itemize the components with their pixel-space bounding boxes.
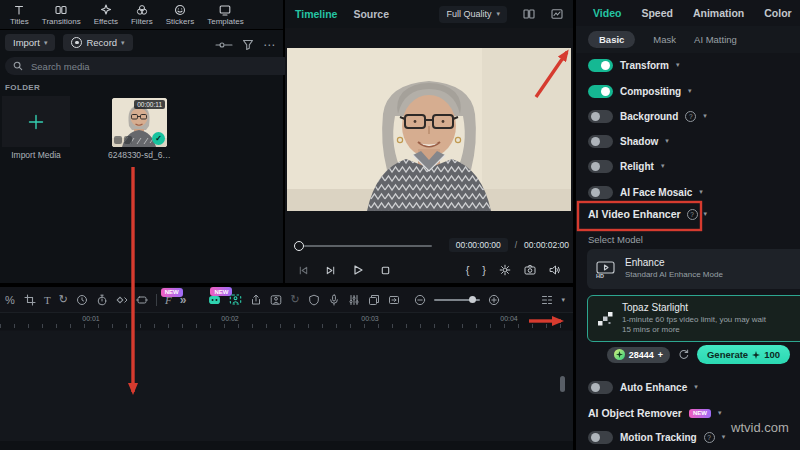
expand-caret-icon[interactable] [722, 433, 726, 441]
smart-cutout-icon[interactable] [229, 293, 242, 306]
previous-frame-icon[interactable] [298, 265, 309, 276]
tab-color[interactable]: Color [764, 7, 791, 19]
expand-caret-icon[interactable] [699, 188, 703, 196]
denoise-shield-icon[interactable] [308, 294, 320, 306]
split-view-icon[interactable] [523, 8, 535, 20]
more-tools-icon[interactable] [180, 293, 187, 307]
zoom-out-icon[interactable] [414, 294, 426, 306]
media-clip-thumbnail[interactable]: 00:00:11 [112, 98, 167, 147]
split-icon[interactable] [4, 294, 16, 306]
progress-handle[interactable] [294, 241, 304, 251]
tool-transitions[interactable]: Transitions [42, 3, 81, 26]
export-clip-icon[interactable] [250, 294, 262, 306]
timeline-scrollbar[interactable] [560, 376, 565, 392]
import-button[interactable]: Import [5, 34, 55, 51]
tool-templates[interactable]: Templates [207, 3, 243, 26]
thumbnail-size-slider[interactable] [215, 40, 233, 50]
rotate-icon[interactable] [59, 293, 68, 306]
audio-adjust-icon[interactable] [348, 294, 360, 306]
volume-icon[interactable] [549, 264, 561, 276]
stop-icon[interactable] [380, 265, 391, 276]
transform-toggle[interactable] [588, 59, 613, 72]
timeline-zoom-slider[interactable] [434, 299, 480, 301]
refresh-icon[interactable] [678, 349, 689, 360]
model-card-enhance[interactable]: HD Enhance Standard AI Enhance Mode [587, 249, 800, 289]
avatar-frame-icon[interactable] [270, 294, 282, 306]
copy-icon[interactable] [368, 294, 380, 306]
relight-toggle[interactable] [588, 160, 613, 173]
tool-titles[interactable]: Titles [10, 3, 29, 26]
zoom-in-icon[interactable] [488, 294, 500, 306]
subtab-basic[interactable]: Basic [588, 31, 635, 48]
tab-source[interactable]: Source [353, 8, 389, 20]
reframe-icon[interactable] [136, 294, 148, 306]
row-relight[interactable]: Relight [576, 154, 800, 178]
auto-enhance-toggle[interactable] [588, 381, 613, 394]
expand-caret-icon[interactable] [694, 383, 698, 391]
snapshot-camera-icon[interactable] [524, 264, 536, 276]
help-icon[interactable] [687, 209, 698, 220]
tool-stickers[interactable]: Stickers [166, 3, 194, 26]
playback-settings-icon[interactable] [499, 264, 511, 276]
expand-caret-icon[interactable] [661, 162, 665, 170]
row-background[interactable]: Background [576, 104, 800, 128]
credits-badge[interactable]: 28444 + [607, 347, 670, 363]
import-media-tile[interactable] [2, 96, 70, 147]
expand-caret-icon[interactable] [718, 409, 722, 417]
expand-caret-icon[interactable] [688, 87, 692, 95]
motion-tracking-toggle[interactable] [588, 431, 613, 444]
track-manager-icon[interactable] [541, 294, 553, 306]
tab-animation[interactable]: Animation [693, 7, 744, 19]
chevron-down-icon[interactable] [561, 296, 565, 304]
search-input[interactable] [29, 60, 233, 73]
more-options-icon[interactable] [263, 38, 275, 52]
timeline-tracks[interactable]: 640_360_25fps [0, 331, 573, 450]
row-ai-face-mosaic[interactable]: AI Face Mosaic [576, 180, 800, 204]
record-button[interactable]: Record [63, 34, 132, 51]
subtab-ai-matting[interactable]: AI Matting [694, 34, 737, 45]
tab-speed[interactable]: Speed [641, 7, 673, 19]
ai-face-mosaic-toggle[interactable] [588, 186, 613, 199]
row-compositing[interactable]: Compositing [576, 79, 800, 103]
auto-sync-icon[interactable] [290, 293, 299, 306]
crop-icon[interactable] [24, 294, 36, 306]
expand-caret-icon[interactable] [703, 112, 707, 120]
tool-filters[interactable]: Filters [131, 3, 153, 26]
keyframe-motion-icon[interactable] [116, 294, 128, 306]
clip-speed-icon[interactable] [124, 136, 132, 144]
help-icon[interactable] [685, 111, 696, 122]
voiceover-mic-icon[interactable] [328, 294, 340, 306]
subtab-mask[interactable]: Mask [653, 34, 676, 45]
row-auto-enhance[interactable]: Auto Enhance [576, 375, 800, 399]
quality-dropdown[interactable]: Full Quality [439, 6, 507, 23]
expand-caret-icon[interactable] [665, 137, 669, 145]
row-shadow[interactable]: Shadow [576, 129, 800, 153]
ai-copilot-icon[interactable]: NEW [208, 293, 221, 306]
tool-effects[interactable]: Effects [94, 3, 118, 26]
stopwatch-icon[interactable] [96, 294, 108, 306]
expand-caret-icon[interactable] [704, 210, 708, 218]
tab-timeline[interactable]: Timeline [295, 8, 337, 20]
canvas-resize-icon[interactable] [388, 294, 400, 306]
timeline-ruler[interactable]: 00:01 00:02 00:03 00:04 [0, 312, 573, 330]
next-frame-icon[interactable] [325, 265, 336, 276]
model-card-topaz-starlight[interactable]: Topaz Starlight 1-minute 60 fps video li… [587, 295, 800, 342]
text-tool-icon[interactable] [44, 294, 51, 306]
search-bar[interactable] [5, 57, 293, 75]
background-toggle[interactable] [588, 110, 613, 123]
clip-trim-icon[interactable] [114, 136, 122, 144]
shadow-toggle[interactable] [588, 135, 613, 148]
filter-funnel-icon[interactable] [242, 39, 254, 51]
play-icon[interactable] [352, 264, 364, 276]
tab-video[interactable]: Video [593, 7, 621, 19]
generate-button[interactable]: Generate 100 [697, 345, 790, 364]
mark-in-icon[interactable] [466, 264, 470, 276]
mark-out-icon[interactable] [482, 264, 486, 276]
speed-clock-icon[interactable] [76, 294, 88, 306]
help-icon[interactable] [704, 432, 715, 443]
progress-track[interactable] [304, 245, 432, 247]
ai-video-enhancer-header[interactable]: AI Video Enhancer [588, 208, 707, 220]
row-transform[interactable]: Transform [576, 53, 800, 77]
expand-caret-icon[interactable] [676, 61, 680, 69]
video-scope-icon[interactable] [551, 8, 563, 20]
